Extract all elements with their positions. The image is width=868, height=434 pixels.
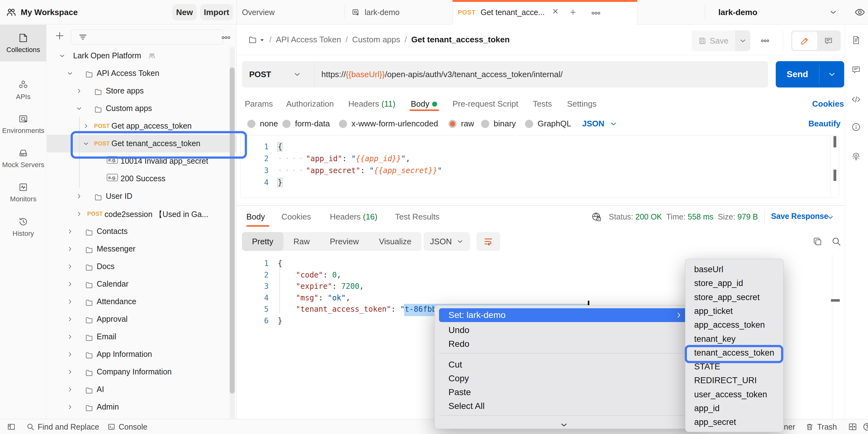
sidebar-filter-box[interactable]: [71, 30, 223, 44]
variable-item-state[interactable]: STATE: [694, 362, 720, 372]
body-mode-radio-x-www-form-urlencoded[interactable]: [339, 120, 347, 128]
request-tab-settings[interactable]: Settings: [567, 99, 596, 109]
chevron-down-icon[interactable]: [75, 105, 83, 112]
body-mode-radio-form-data[interactable]: [282, 120, 290, 128]
tree-row-messenger[interactable]: Messenger: [47, 240, 237, 258]
tree-row-contacts[interactable]: Contacts: [47, 223, 237, 240]
tree-row-admin[interactable]: Admin: [47, 398, 237, 416]
documentation-icon[interactable]: [851, 35, 861, 46]
context-menu-more-icon[interactable]: [560, 421, 568, 431]
chevron-right-icon[interactable]: [66, 386, 73, 393]
tab-overview[interactable]: Overview: [237, 0, 344, 25]
sidebar-options-button[interactable]: [221, 33, 231, 43]
chevron-right-icon[interactable]: [66, 263, 73, 270]
request-info-icon[interactable]: [851, 122, 861, 133]
context-menu-item-redo[interactable]: Redo: [439, 337, 690, 351]
request-body-editor[interactable]: 1{2····"app_id": "{{app_id}}",3····"app_…: [237, 136, 845, 201]
tree-row-company-information[interactable]: Company Information: [47, 363, 237, 381]
chevron-right-icon[interactable]: [66, 316, 73, 323]
help-button[interactable]: [862, 419, 868, 434]
pm-lightbulb-icon[interactable]: [851, 152, 861, 163]
chevron-right-icon[interactable]: [83, 123, 89, 130]
rail-item-history[interactable]: History: [0, 212, 46, 242]
comments-icon[interactable]: [851, 65, 861, 76]
tree-row-attendance[interactable]: Attendance: [47, 293, 237, 310]
language-select[interactable]: JSON: [582, 119, 618, 129]
variable-item-user_access_token[interactable]: user_access_token: [694, 390, 767, 400]
edit-mode-button[interactable]: [793, 32, 817, 50]
tree-row-code2session-used-in-ga[interactable]: POSTcode2session 【Used in Ga...: [47, 205, 237, 223]
search-response-button[interactable]: [831, 236, 841, 248]
tree-row-ai[interactable]: AI: [47, 381, 237, 398]
chevron-right-icon[interactable]: [66, 245, 73, 253]
tree-row-api-access-token[interactable]: API Access Token: [47, 65, 237, 82]
rail-item-environments[interactable]: Environments: [0, 109, 46, 139]
context-menu-item-undo[interactable]: Undo: [439, 323, 690, 337]
rail-item-monitors[interactable]: Monitors: [0, 177, 46, 208]
tab-options-button[interactable]: [591, 8, 601, 19]
chevron-right-icon[interactable]: [66, 333, 73, 340]
chevron-right-icon[interactable]: [66, 404, 73, 410]
response-tab-cookies[interactable]: Cookies: [281, 212, 311, 222]
request-options-button[interactable]: [761, 36, 770, 46]
variable-item-baseurl[interactable]: baseUrl: [694, 265, 723, 274]
cookies-link[interactable]: Cookies: [812, 99, 844, 109]
context-menu-item-select-all[interactable]: Select All: [439, 399, 690, 413]
tree-row-docs[interactable]: Docs: [47, 258, 237, 275]
tree-row-200-success[interactable]: e.g.200 Success: [47, 170, 237, 188]
tree-row-store-apps[interactable]: Store apps: [47, 82, 237, 100]
body-mode-label-none[interactable]: none: [260, 119, 278, 129]
response-tab-headers[interactable]: Headers (16): [330, 212, 377, 222]
request-tab-body[interactable]: Body: [411, 99, 429, 109]
sidebar-toggle-button[interactable]: [7, 419, 16, 434]
rail-item-collections[interactable]: Collections: [0, 25, 46, 62]
tree-row-custom-apps[interactable]: Custom apps: [47, 100, 237, 117]
workspace-title[interactable]: My Workspace: [21, 7, 78, 17]
save-button[interactable]: Save: [692, 30, 735, 51]
sidebar-scrollbar-thumb[interactable]: [230, 67, 235, 394]
rail-item-mock-servers[interactable]: Mock Servers: [0, 143, 46, 173]
request-tab-headers[interactable]: Headers (11): [348, 99, 395, 109]
rail-item-apis[interactable]: APIs: [0, 75, 46, 105]
view-button-preview[interactable]: Preview: [320, 232, 369, 251]
chevron-right-icon[interactable]: [66, 351, 73, 358]
body-mode-label-GraphQL[interactable]: GraphQL: [537, 119, 571, 129]
wrap-lines-button[interactable]: [476, 232, 500, 251]
find-and-replace-button[interactable]: Find and Replace: [26, 419, 99, 434]
variable-item-app_access_token[interactable]: app_access_token: [694, 320, 765, 330]
breadcrumb-item[interactable]: API Access Token: [276, 35, 341, 44]
import-button[interactable]: Import: [200, 4, 233, 21]
tree-row-approval[interactable]: Approval: [47, 310, 237, 328]
body-mode-radio-raw[interactable]: [448, 120, 457, 128]
tree-row-user-id[interactable]: User ID: [47, 188, 237, 205]
variable-item-store_app_id[interactable]: store_app_id: [694, 278, 743, 288]
breadcrumb-folder-icon[interactable]: [248, 35, 257, 44]
body-mode-label-form-data[interactable]: form-data: [295, 119, 330, 129]
tree-row-app-information[interactable]: App Information: [47, 345, 237, 363]
tree-row-lark-open-platform[interactable]: Lark Open Platform: [47, 47, 237, 65]
variable-item-tenant_key[interactable]: tenant_key: [694, 334, 736, 344]
save-response-button[interactable]: Save Response: [771, 212, 828, 221]
response-language-select[interactable]: JSON: [424, 232, 470, 251]
request-tab-params[interactable]: Params: [245, 99, 273, 109]
request-tab-tests[interactable]: Tests: [533, 99, 552, 109]
body-mode-label-x-www-form-urlencoded[interactable]: x-www-form-urlencoded: [351, 119, 438, 129]
breadcrumb-item[interactable]: Custom apps: [352, 35, 400, 44]
variable-item-redirect_uri[interactable]: REDIRECT_URI: [694, 376, 757, 386]
breadcrumb-caret-icon[interactable]: [259, 37, 265, 43]
body-mode-radio-binary[interactable]: [481, 120, 489, 128]
console-button[interactable]: Console: [107, 419, 148, 434]
tab-lark-demo[interactable]: lark-demo: [345, 0, 453, 25]
chevron-right-icon[interactable]: [75, 210, 83, 217]
view-button-raw[interactable]: Raw: [283, 232, 320, 251]
tree-row-email[interactable]: Email: [47, 328, 237, 345]
beautify-link[interactable]: Beautify: [808, 119, 841, 129]
send-button[interactable]: Send: [776, 61, 819, 88]
response-tab-test-results[interactable]: Test Results: [395, 212, 440, 222]
context-menu-item-set-lark-demo[interactable]: Set: lark-demo: [439, 308, 690, 322]
chevron-right-icon[interactable]: [66, 298, 73, 305]
context-menu-item-paste[interactable]: Paste: [439, 386, 690, 399]
request-tab-authorization[interactable]: Authorization: [286, 99, 334, 109]
chevron-down-icon[interactable]: [66, 70, 73, 77]
tab-close-button[interactable]: [552, 7, 559, 17]
